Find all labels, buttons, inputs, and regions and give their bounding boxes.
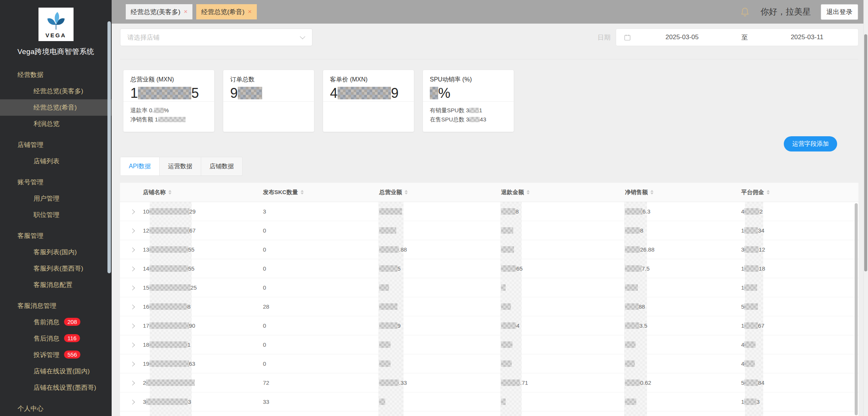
sidebar-item[interactable]: 店铺在线设置(国内) bbox=[0, 363, 112, 379]
sidebar-item[interactable]: 经营总览(希音) bbox=[0, 99, 112, 116]
detail-suffix: 1 bbox=[479, 107, 482, 113]
page-scrollbar-thumb[interactable] bbox=[864, 34, 867, 271]
sort-icon[interactable] bbox=[405, 190, 408, 194]
refund-amount-cell bbox=[501, 284, 625, 291]
amount-prefix: 4 bbox=[741, 360, 744, 367]
date-start-value[interactable]: 2025-03-05 bbox=[631, 33, 733, 41]
sidebar-item[interactable]: 客服列表(墨西哥) bbox=[0, 260, 112, 277]
sidebar-item[interactable]: 经营总览(美客多) bbox=[0, 83, 112, 99]
data-tab-shop[interactable]: 店铺数据 bbox=[201, 157, 242, 175]
sidebar-item[interactable]: 客服列表(国内) bbox=[0, 244, 112, 260]
skc-count-cell: 0 bbox=[263, 265, 379, 272]
window-tab[interactable]: 经营总览(美客多)× bbox=[126, 4, 192, 19]
censored-mosaic bbox=[149, 227, 189, 234]
sidebar-item[interactable]: 售后消息116 bbox=[0, 330, 112, 347]
sidebar-item[interactable]: 用户管理 bbox=[0, 190, 112, 207]
data-tab-api[interactable]: API数据 bbox=[120, 157, 160, 175]
stat-card-details: 有销量SPU数 31在售SPU总数 343 bbox=[423, 102, 514, 128]
sort-desc-icon bbox=[301, 193, 304, 194]
chevron-right-icon[interactable] bbox=[130, 266, 135, 271]
chevron-right-icon[interactable] bbox=[130, 209, 135, 214]
sidebar-item[interactable]: 售前消息208 bbox=[0, 314, 112, 330]
menu-section-label[interactable]: 个人中心 bbox=[0, 400, 112, 416]
chevron-right-icon[interactable] bbox=[130, 343, 135, 347]
sort-icon[interactable] bbox=[767, 190, 770, 194]
sidebar-item[interactable]: 客服消息配置 bbox=[0, 277, 112, 293]
table-body: 1029386.34212670813413550.8826.883121455… bbox=[120, 202, 858, 416]
name-prefix: 13 bbox=[143, 246, 149, 253]
detail-suffix: 43 bbox=[480, 116, 486, 123]
censored-mosaic bbox=[501, 341, 512, 348]
expand-cell bbox=[120, 322, 143, 329]
sort-asc-icon bbox=[405, 190, 408, 192]
sidebar-item[interactable]: 利润总览 bbox=[0, 116, 112, 132]
chevron-right-icon[interactable] bbox=[130, 285, 135, 290]
amount-prefix: 1 bbox=[741, 322, 744, 329]
menu-section-label[interactable]: 账号管理 bbox=[0, 174, 112, 190]
censored-mosaic bbox=[379, 341, 391, 348]
chevron-right-icon[interactable] bbox=[130, 228, 135, 233]
divider bbox=[120, 59, 858, 59]
menu-section-label[interactable]: 客服管理 bbox=[0, 228, 112, 244]
column-header[interactable]: 总营业额 bbox=[379, 189, 501, 196]
sidebar-item-label: 店铺列表 bbox=[34, 158, 59, 165]
censored-mosaic bbox=[625, 360, 635, 367]
column-header[interactable]: 退款金额 bbox=[501, 189, 625, 196]
sidebar-item[interactable]: 职位管理 bbox=[0, 207, 112, 223]
sidebar-item[interactable]: 店铺列表 bbox=[0, 153, 112, 169]
sidebar-item[interactable]: 投诉管理556 bbox=[0, 347, 112, 363]
sort-icon[interactable] bbox=[301, 190, 304, 194]
amount-suffix: 0.62 bbox=[640, 379, 651, 386]
sort-desc-icon bbox=[527, 193, 530, 194]
total-amount-cell bbox=[379, 303, 501, 310]
name-prefix: 16 bbox=[143, 303, 149, 310]
amount-prefix: 5 bbox=[741, 379, 744, 386]
chevron-right-icon[interactable] bbox=[130, 324, 135, 328]
bell-icon[interactable] bbox=[739, 6, 751, 18]
sidebar-item[interactable]: 店铺在线设置(墨西哥) bbox=[0, 379, 112, 396]
censored-mosaic bbox=[379, 265, 397, 272]
shop-select[interactable]: 请选择店铺 bbox=[120, 29, 312, 46]
sidebar-item-label: 店铺在线设置(国内) bbox=[34, 368, 90, 375]
menu-section-label[interactable]: 店铺管理 bbox=[0, 137, 112, 153]
table-scrollbar[interactable] bbox=[855, 203, 858, 415]
column-header[interactable]: 发布SKC数量 bbox=[263, 189, 379, 196]
data-tab-operation[interactable]: 运营数据 bbox=[160, 157, 201, 175]
close-icon[interactable]: × bbox=[184, 8, 187, 16]
column-header[interactable]: 平台佣金 bbox=[741, 189, 858, 196]
logout-button[interactable]: 退出登录 bbox=[821, 4, 858, 20]
stat-card-top: 总营业额 (MXN)15 bbox=[123, 70, 214, 102]
date-range-picker[interactable]: 2025-03-05 至 2025-03-11 bbox=[616, 29, 858, 46]
sort-icon[interactable] bbox=[527, 190, 530, 194]
chevron-right-icon[interactable] bbox=[130, 362, 135, 367]
name-prefix: 10 bbox=[143, 208, 149, 215]
net-amount-cell: 0.62 bbox=[625, 379, 741, 386]
chevron-right-icon[interactable] bbox=[130, 381, 135, 386]
censored-mosaic bbox=[501, 322, 516, 329]
sort-icon[interactable] bbox=[650, 190, 653, 194]
chevron-right-icon[interactable] bbox=[130, 400, 135, 405]
date-end-value[interactable]: 2025-03-11 bbox=[756, 33, 858, 41]
data-table: 店铺名称发布SKC数量总营业额退款金额净销售额平台佣金 1029386.3421… bbox=[120, 183, 858, 416]
column-header[interactable]: 净销售额 bbox=[625, 189, 741, 196]
sort-desc-icon bbox=[650, 193, 653, 194]
amount-prefix: 5 bbox=[741, 303, 744, 310]
table-row: 333313 bbox=[120, 392, 858, 411]
date-separator: 至 bbox=[733, 33, 756, 42]
censored-mosaic bbox=[501, 265, 516, 272]
sort-icon[interactable] bbox=[168, 190, 171, 194]
chevron-right-icon[interactable] bbox=[130, 304, 135, 309]
total-amount-cell: .88 bbox=[379, 246, 501, 253]
add-operation-field-button[interactable]: 运营字段添加 bbox=[784, 136, 837, 151]
column-header[interactable]: 店铺名称 bbox=[143, 189, 263, 196]
close-icon[interactable]: × bbox=[248, 8, 252, 16]
menu-section-label[interactable]: 客服消息管理 bbox=[0, 298, 112, 314]
chevron-right-icon[interactable] bbox=[130, 247, 135, 252]
menu-section-label[interactable]: 经营数据 bbox=[0, 67, 112, 83]
amount-suffix: 18 bbox=[759, 265, 765, 272]
expand-cell bbox=[120, 379, 143, 386]
amount-suffix: .33 bbox=[399, 379, 407, 386]
amount-suffix: 6.3 bbox=[642, 208, 650, 215]
window-tab[interactable]: 经营总览(希音)× bbox=[196, 4, 256, 19]
sidebar-scrollbar[interactable] bbox=[107, 21, 111, 273]
